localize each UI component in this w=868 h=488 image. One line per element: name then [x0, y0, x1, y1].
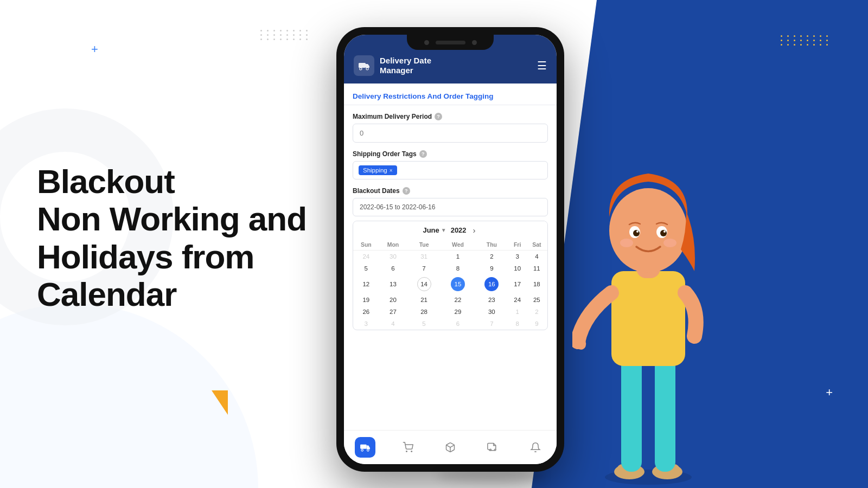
nav-delivery-icon	[355, 437, 375, 458]
date-range-input[interactable]: 2022-06-15 to 2022-06-16	[353, 198, 548, 216]
cal-day[interactable]: 17	[509, 274, 526, 294]
plus-white-icon: +	[826, 387, 833, 399]
cal-day[interactable]: 6	[379, 262, 407, 274]
cal-day[interactable]: 14	[407, 274, 441, 294]
blackout-dates-label: Blackout Dates ?	[353, 187, 548, 195]
cal-day[interactable]: 31	[407, 251, 441, 263]
cal-day[interactable]: 13	[379, 274, 407, 294]
cal-day[interactable]: 25	[526, 294, 547, 306]
cal-header-thu: Thu	[475, 239, 508, 251]
cal-day[interactable]: 24	[353, 251, 379, 263]
cal-header-tue: Tue	[407, 239, 441, 251]
help-icon-tags[interactable]: ?	[419, 150, 427, 158]
cal-day[interactable]: 15	[441, 274, 475, 294]
hero-line4: Calendar	[37, 275, 176, 313]
hero-line1: Blackout	[37, 163, 175, 200]
calendar-year: 2022	[451, 226, 467, 234]
cal-day[interactable]: 21	[407, 294, 441, 306]
nav-item-bell[interactable]	[514, 435, 557, 460]
svg-point-25	[636, 230, 639, 233]
tags-input[interactable]: Shipping ×	[353, 161, 548, 179]
cal-day[interactable]: 19	[353, 294, 379, 306]
cal-day[interactable]: 11	[526, 262, 547, 274]
app-content: Delivery Restrictions And Order Tagging …	[344, 84, 557, 464]
help-icon-blackout[interactable]: ?	[403, 187, 410, 195]
plus-blue-icon: +	[91, 43, 98, 55]
nav-car-icon	[482, 437, 503, 458]
nav-package-icon	[440, 437, 461, 458]
cal-day[interactable]: 5	[353, 262, 379, 274]
shipping-tags-label: Shipping Order Tags ?	[353, 150, 548, 158]
notch-dot-1	[424, 40, 429, 45]
cal-day[interactable]: 7	[475, 318, 508, 330]
cal-day[interactable]: 5	[407, 318, 441, 330]
svg-point-23	[633, 230, 640, 236]
cal-day[interactable]: 29	[441, 306, 475, 318]
nav-item-cart[interactable]	[386, 435, 429, 460]
svg-point-9	[490, 449, 492, 451]
cal-day[interactable]: 8	[509, 318, 526, 330]
cal-day[interactable]: 9	[526, 318, 547, 330]
cal-day[interactable]: 3	[353, 318, 379, 330]
cal-day[interactable]: 9	[475, 262, 508, 274]
month-select[interactable]: June ▼	[423, 226, 446, 234]
cal-day[interactable]: 2	[475, 251, 508, 263]
cal-day[interactable]: 30	[379, 251, 407, 263]
cal-day[interactable]: 24	[509, 294, 526, 306]
hero-line3: Holidays from	[37, 238, 254, 275]
section-title: Delivery Restrictions And Order Tagging	[344, 84, 557, 105]
cal-day[interactable]: 6	[441, 318, 475, 330]
hero-line2: Non Working and	[37, 200, 307, 237]
svg-point-7	[411, 451, 412, 452]
cal-day[interactable]: 18	[526, 274, 547, 294]
calendar: June ▼ 2022 › Sun Mon Tue	[353, 221, 548, 330]
cal-header-fri: Fri	[509, 239, 526, 251]
calendar-header: June ▼ 2022 ›	[353, 221, 547, 239]
cal-day[interactable]: 8	[441, 262, 475, 274]
cal-day[interactable]: 30	[475, 306, 508, 318]
form-area: Maximum Delivery Period ? Shipping Order…	[344, 105, 557, 430]
tag-shipping: Shipping ×	[359, 165, 397, 175]
max-delivery-input[interactable]	[353, 124, 548, 143]
dot-grid-top	[260, 30, 310, 40]
nav-item-package[interactable]	[429, 435, 471, 460]
app-title: Delivery Date Manager	[380, 56, 431, 75]
cal-day[interactable]: 3	[509, 251, 526, 263]
help-icon-delivery[interactable]: ?	[435, 113, 442, 120]
cal-day[interactable]: 7	[407, 262, 441, 274]
cal-day[interactable]: 12	[353, 274, 379, 294]
svg-rect-17	[655, 352, 675, 472]
cal-day[interactable]: 22	[441, 294, 475, 306]
cal-day[interactable]: 4	[526, 251, 547, 263]
cal-header-sun: Sun	[353, 239, 379, 251]
calendar-grid: Sun Mon Tue Wed Thu Fri Sat 243	[353, 239, 547, 330]
hamburger-menu-icon[interactable]: ☰	[537, 59, 547, 72]
cal-day[interactable]: 27	[379, 306, 407, 318]
cal-day[interactable]: 20	[379, 294, 407, 306]
hero-text-block: Blackout Non Working and Holidays from C…	[37, 163, 307, 313]
nav-item-car[interactable]	[471, 435, 514, 460]
cal-day[interactable]: 10	[509, 262, 526, 274]
cal-day[interactable]: 1	[509, 306, 526, 318]
cal-header-mon: Mon	[379, 239, 407, 251]
cal-day[interactable]: 1	[441, 251, 475, 263]
svg-point-10	[495, 449, 496, 451]
cal-day[interactable]: 2	[526, 306, 547, 318]
dot-grid-right	[781, 35, 830, 46]
nav-item-delivery[interactable]	[344, 435, 386, 460]
svg-point-1	[360, 68, 362, 70]
phone-outer: Delivery Date Manager ☰ Delivery Restric…	[336, 27, 564, 472]
calendar-next-btn[interactable]: ›	[471, 226, 478, 235]
cal-day[interactable]: 4	[379, 318, 407, 330]
tag-close-icon[interactable]: ×	[390, 168, 393, 174]
nav-bell-icon	[525, 437, 546, 458]
cal-day[interactable]: 16	[475, 274, 508, 294]
svg-point-6	[406, 451, 407, 452]
cal-header-sat: Sat	[526, 239, 547, 251]
cal-day[interactable]: 23	[475, 294, 508, 306]
cal-day[interactable]: 28	[407, 306, 441, 318]
bottom-nav	[344, 430, 557, 464]
cal-day[interactable]: 26	[353, 306, 379, 318]
character-illustration	[561, 119, 735, 488]
svg-point-27	[620, 239, 633, 247]
